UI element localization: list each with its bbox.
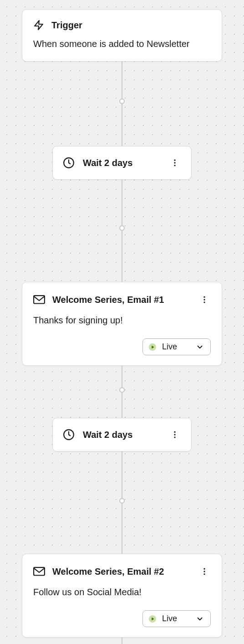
trigger-title: Trigger	[51, 20, 82, 31]
flow-node-dot	[119, 498, 125, 504]
svg-point-2	[174, 160, 175, 161]
chevron-down-icon	[196, 615, 204, 623]
email-step-description: Follow us on Social Media!	[33, 587, 211, 597]
trigger-description: When someone is added to Newsletter	[33, 39, 211, 49]
svg-point-14	[174, 436, 175, 438]
live-status-icon	[148, 343, 157, 351]
flow-node-dot	[119, 387, 125, 393]
envelope-icon	[33, 295, 45, 305]
wait-step-label: Wait 2 days	[83, 158, 168, 168]
live-status-icon	[148, 615, 157, 623]
svg-rect-15	[34, 567, 45, 575]
email-step-description: Thanks for signing up!	[33, 315, 211, 326]
svg-point-17	[203, 571, 205, 572]
wait-step-card[interactable]: Wait 2 days	[52, 418, 192, 452]
flow-node-dot	[119, 99, 125, 104]
chevron-down-icon	[196, 343, 204, 351]
svg-point-6	[203, 296, 205, 298]
svg-point-18	[203, 573, 205, 575]
svg-point-13	[174, 434, 175, 435]
svg-marker-0	[35, 21, 43, 30]
flow-node-dot	[119, 225, 125, 231]
step-menu-button[interactable]	[168, 428, 181, 441]
svg-point-8	[203, 301, 205, 303]
svg-rect-5	[34, 296, 45, 303]
email-step-title: Welcome Series, Email #1	[52, 295, 191, 305]
wait-step-card[interactable]: Wait 2 days	[52, 146, 192, 180]
email-step-title: Welcome Series, Email #2	[52, 566, 191, 577]
email-step-card[interactable]: Welcome Series, Email #1 Thanks for sign…	[22, 282, 222, 366]
status-label: Live	[162, 614, 190, 623]
svg-point-4	[174, 165, 175, 166]
svg-point-16	[203, 568, 205, 570]
envelope-icon	[33, 566, 45, 576]
wait-step-label: Wait 2 days	[83, 430, 168, 440]
svg-point-12	[174, 431, 175, 433]
status-dropdown[interactable]: Live	[142, 338, 211, 355]
clock-icon	[63, 429, 75, 441]
clock-icon	[63, 157, 75, 169]
status-dropdown[interactable]: Live	[142, 610, 211, 627]
svg-point-7	[203, 299, 205, 300]
trigger-card[interactable]: Trigger When someone is added to Newslet…	[22, 9, 222, 62]
step-menu-button[interactable]	[168, 156, 181, 169]
step-menu-button[interactable]	[198, 293, 211, 306]
email-step-card[interactable]: Welcome Series, Email #2 Follow us on So…	[22, 554, 222, 638]
trigger-icon	[33, 20, 44, 31]
step-menu-button[interactable]	[198, 565, 211, 578]
status-label: Live	[162, 342, 190, 352]
svg-point-3	[174, 162, 175, 163]
